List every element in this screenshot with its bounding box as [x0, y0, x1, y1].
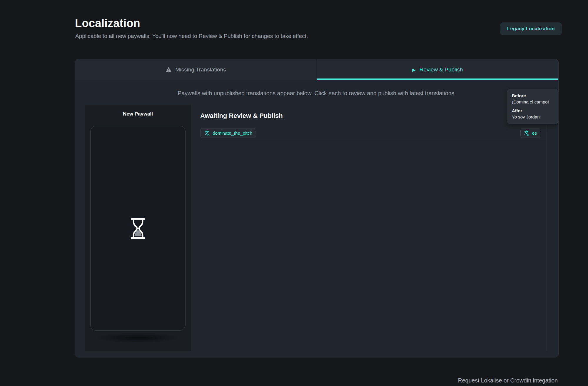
- tooltip-before-value: ¡Domina el campo!: [512, 99, 553, 104]
- tab-missing-label: Missing Translations: [175, 66, 226, 73]
- content-description: Paywalls with unpublished translations a…: [75, 90, 558, 97]
- svg-text:A: A: [207, 133, 209, 136]
- footer-conjunction: or: [504, 377, 509, 384]
- translate-icon: A: [204, 130, 210, 136]
- tab-bar: Missing Translations ▶ Review & Publish: [75, 59, 558, 80]
- footer-text: Request Lokalise or Crowdin integation: [458, 377, 558, 384]
- footer-prefix: Request: [458, 377, 480, 384]
- locale-chip[interactable]: A es: [520, 128, 540, 138]
- tab-review-publish[interactable]: ▶ Review & Publish: [317, 59, 558, 80]
- preview-title: New Paywall: [85, 111, 191, 117]
- awaiting-review-list: Awaiting Review & Publish A dominate_the…: [200, 105, 547, 351]
- localization-card: Missing Translations ▶ Review & Publish …: [75, 59, 559, 357]
- row-divider: [200, 141, 546, 141]
- crowdin-link[interactable]: Crowdin: [510, 377, 531, 384]
- tab-missing-translations[interactable]: Missing Translations: [75, 59, 317, 80]
- phone-shadow: [95, 333, 181, 343]
- review-publish-panel: Paywalls with unpublished translations a…: [75, 80, 558, 357]
- list-heading: Awaiting Review & Publish: [200, 112, 547, 120]
- legacy-localization-button[interactable]: Legacy Localization: [500, 22, 562, 35]
- paywall-row[interactable]: A dominate_the_pitch A: [200, 128, 547, 138]
- tooltip-after-value: Yo soy Jordan: [512, 114, 553, 119]
- lokalise-link[interactable]: Lokalise: [481, 377, 502, 384]
- translate-icon: A: [524, 130, 529, 136]
- active-tab-indicator: [317, 78, 559, 80]
- tab-review-label: Review & Publish: [420, 66, 463, 73]
- page-title: Localization: [75, 17, 140, 30]
- paywall-chip-label: dominate_the_pitch: [213, 131, 252, 136]
- footer-suffix: integation: [533, 377, 558, 384]
- play-icon: ▶: [412, 68, 416, 72]
- paywall-preview-card[interactable]: New Paywall: [85, 105, 191, 351]
- phone-frame: [90, 126, 186, 331]
- hourglass-icon: [130, 218, 146, 239]
- svg-text:A: A: [527, 133, 529, 136]
- translation-tooltip: Before ¡Domina el campo! After Yo soy Jo…: [507, 89, 558, 124]
- page-subtitle: Applicable to all new paywalls. You'll n…: [75, 33, 308, 39]
- tooltip-after-label: After: [512, 108, 553, 113]
- paywall-chip[interactable]: A dominate_the_pitch: [200, 128, 256, 138]
- warning-icon: [166, 67, 171, 72]
- locale-chip-label: es: [532, 131, 537, 136]
- tooltip-before-label: Before: [512, 93, 553, 98]
